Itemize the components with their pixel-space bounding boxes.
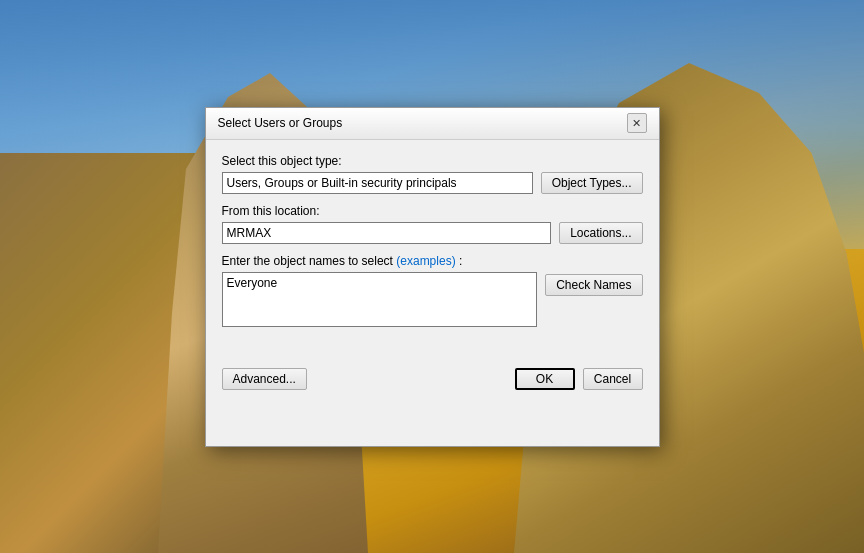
object-names-textarea[interactable] [222,272,538,327]
ok-button[interactable]: OK [515,368,575,390]
object-type-label: Select this object type: [222,154,643,168]
object-type-row: Object Types... [222,172,643,194]
object-type-input[interactable] [222,172,533,194]
select-users-dialog: Select Users or Groups ✕ Select this obj… [205,107,660,447]
location-label: From this location: [222,204,643,218]
check-names-button[interactable]: Check Names [545,274,642,296]
object-names-label: Enter the object names to select [222,254,393,268]
dialog-body: Select this object type: Object Types...… [206,140,659,354]
dialog-overlay: Select Users or Groups ✕ Select this obj… [0,0,864,553]
location-section: From this location: Locations... [222,204,643,244]
object-type-section: Select this object type: Object Types... [222,154,643,194]
locations-button[interactable]: Locations... [559,222,642,244]
footer-right-buttons: OK Cancel [515,368,643,390]
location-row: Locations... [222,222,643,244]
object-names-col [222,272,538,330]
dialog-title: Select Users or Groups [218,116,343,130]
object-names-colon: : [459,254,462,268]
location-input[interactable] [222,222,552,244]
object-names-input-row: Check Names [222,272,643,330]
examples-link[interactable]: (examples) [396,254,455,268]
close-icon: ✕ [632,117,641,130]
dialog-titlebar: Select Users or Groups ✕ [206,108,659,140]
object-names-section: Enter the object names to select (exampl… [222,254,643,330]
object-types-button[interactable]: Object Types... [541,172,643,194]
cancel-button[interactable]: Cancel [583,368,643,390]
object-names-label-row: Enter the object names to select (exampl… [222,254,643,268]
close-button[interactable]: ✕ [627,113,647,133]
advanced-button[interactable]: Advanced... [222,368,307,390]
dialog-footer: Advanced... OK Cancel [206,358,659,404]
